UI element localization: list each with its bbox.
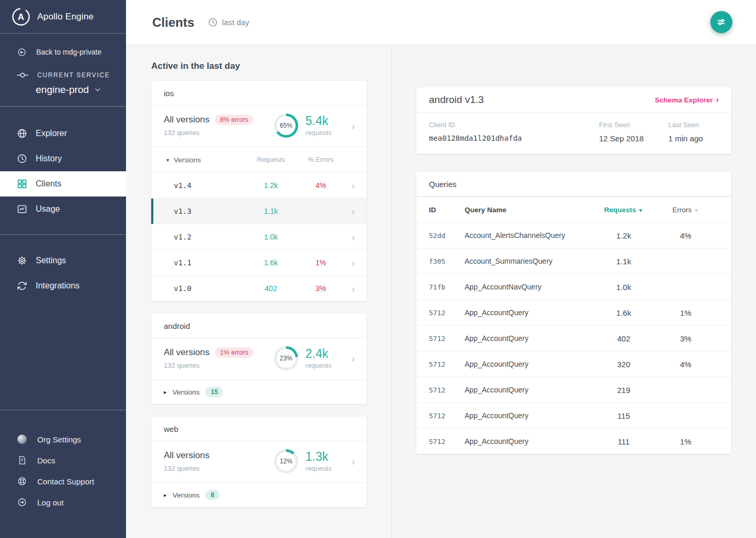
sidebar-item-label: Docs — [37, 456, 55, 465]
chevron-right-icon: › — [352, 232, 366, 242]
queries-card: Queries ID Query Name Requests ▼ Errors … — [416, 172, 731, 454]
query-row[interactable]: 71fb App_AccountNavQuery 1.0k — [416, 274, 731, 299]
query-row[interactable]: 5712 App_AccountQuery 402 3% — [416, 325, 731, 351]
versions-toggle[interactable]: ▸ Versions 15 — [151, 379, 366, 404]
sidebar-footer: Org Settings Docs Contact Support — [0, 410, 126, 538]
sidebar-item-logout[interactable]: Log out — [0, 492, 126, 513]
all-versions-label: All versions — [164, 450, 209, 461]
query-row[interactable]: 5712 App_AccountQuery 219 — [416, 377, 731, 402]
requests-value: 2.4k — [306, 347, 332, 360]
requests-label: requests — [306, 129, 332, 137]
queries-title: Queries — [416, 172, 731, 196]
sidebar-item-contact-support[interactable]: Contact Support — [0, 471, 126, 492]
queries-count: 132 queries — [164, 361, 254, 369]
main-area: Clients last day Active in the last day … — [126, 0, 756, 538]
sidebar-item-usage[interactable]: Usage — [0, 196, 126, 222]
sidebar-item-label: Org Settings — [37, 435, 81, 444]
sidebar-item-label: Integrations — [36, 281, 80, 291]
sidebar-item-label: Clients — [36, 179, 61, 189]
secondary-nav: Settings Integrations — [0, 248, 126, 298]
all-versions-row[interactable]: All versions 1% errors 132 queries 23% 2… — [151, 338, 366, 379]
query-row[interactable]: 5712 App_AccountQuery 1.6k 1% — [416, 299, 731, 325]
chevron-right-icon: › — [716, 96, 719, 104]
requests-ring: 23% — [274, 346, 298, 370]
page-title: Clients — [152, 15, 194, 30]
requests-label: requests — [306, 464, 332, 472]
client-card-ios: ios All versions 8% errors 132 queries 6… — [151, 81, 366, 301]
versions-header: ▾ Versions Requests % Errors — [151, 147, 366, 172]
version-row-v1-1[interactable]: v1.1 1.6k 1% › — [151, 250, 366, 275]
sidebar-item-org-settings[interactable]: Org Settings — [0, 429, 126, 450]
versions-toggle[interactable]: ▸ Versions 8 — [151, 482, 366, 507]
query-row[interactable]: 5712 App_AccountQuery 320 4% — [416, 351, 731, 377]
queries-count: 132 queries — [164, 464, 209, 472]
detail-title: android v1.3 — [429, 94, 484, 106]
back-link-label: Back to mdg-private — [36, 48, 102, 56]
versions-label: Versions — [173, 388, 200, 396]
sidebar-item-label: Settings — [36, 256, 66, 265]
grid-icon — [17, 179, 27, 189]
commit-icon — [17, 71, 28, 79]
requests-column-header: Requests — [237, 156, 305, 163]
sidebar-item-clients[interactable]: Clients — [0, 171, 126, 196]
sort-idle-icon: ▼ — [694, 208, 699, 213]
errors-sort-header[interactable]: Errors ▼ — [653, 206, 719, 214]
requests-sort-header[interactable]: Requests ▼ — [595, 206, 653, 214]
schema-explorer-link[interactable]: Schema Explorer › — [655, 96, 719, 104]
versions-count-badge: 15 — [205, 387, 223, 397]
clients-column: Active in the last day ios All versions … — [126, 45, 392, 538]
all-versions-row[interactable]: All versions 132 queries 12% 1.3k reques… — [151, 441, 366, 482]
collapse-triangle-icon[interactable]: ▾ — [166, 157, 174, 163]
queries-table-header: ID Query Name Requests ▼ Errors ▼ — [416, 196, 731, 222]
app-logo-row: A Apollo Engine — [0, 0, 126, 34]
detail-column: android v1.3 Schema Explorer › Client ID… — [392, 45, 756, 538]
client-detail-card: android v1.3 Schema Explorer › Client ID… — [416, 87, 731, 154]
version-row-v1-2[interactable]: v1.2 1.0k › — [151, 224, 366, 250]
version-row-v1-0[interactable]: v1.0 402 3% › — [151, 275, 366, 301]
client-card-title: android — [151, 314, 366, 338]
id-column-header: ID — [429, 206, 465, 214]
arrow-left-circle-icon — [17, 48, 26, 57]
query-row[interactable]: 5712 App_AccountQuery 115 — [416, 402, 731, 428]
last-seen-label: Last Seen — [668, 121, 719, 129]
query-row[interactable]: 5712 App_AccountQuery 111 1% — [416, 428, 731, 454]
queries-count: 132 queries — [164, 129, 254, 137]
version-row-v1-3-selected[interactable]: v1.3 1.1k › — [151, 198, 366, 224]
requests-label: requests — [306, 361, 332, 369]
client-id-label: Client ID — [429, 121, 599, 129]
service-name: engine-prod — [36, 84, 89, 96]
version-row-v1-4[interactable]: v1.4 1.2k 4% › — [151, 172, 366, 198]
sidebar-item-history[interactable]: History — [0, 146, 126, 171]
query-name-column-header: Query Name — [465, 206, 595, 214]
current-service-label: CURRENT SERVICE — [37, 71, 110, 79]
chevron-right-icon: › — [352, 181, 366, 191]
requests-ring: 12% — [274, 449, 298, 473]
service-selector[interactable]: engine-prod — [0, 82, 126, 98]
query-row[interactable]: f305 Account_SummariesQuery 1.1k — [416, 248, 731, 274]
chevron-down-icon — [93, 86, 102, 94]
sidebar-item-label: History — [36, 154, 62, 163]
ring-percent-label: 12% — [280, 458, 292, 465]
sidebar-item-settings[interactable]: Settings — [0, 248, 126, 273]
time-range: last day — [222, 18, 249, 27]
apollo-logo-icon: A — [12, 7, 30, 26]
gear-icon — [17, 255, 27, 266]
all-versions-label: All versions — [164, 347, 209, 358]
sidebar-item-integrations[interactable]: Integrations — [0, 273, 126, 298]
query-row[interactable]: 52dd Account_AlertsChannelsQuery 1.2k 4% — [416, 222, 731, 248]
clock-icon — [208, 17, 218, 27]
sidebar-item-label: Contact Support — [37, 477, 94, 486]
sidebar-item-explorer[interactable]: Explorer — [0, 121, 126, 146]
sync-icon — [17, 281, 27, 291]
client-id-value: mea0128mda1l201dhafda — [429, 134, 599, 142]
sidebar-item-docs[interactable]: Docs — [0, 450, 126, 471]
all-versions-row[interactable]: All versions 8% errors 132 queries 65% 5… — [151, 106, 366, 147]
requests-ring: 65% — [274, 113, 298, 138]
section-title: Active in the last day — [151, 61, 366, 71]
svg-text:A: A — [18, 12, 24, 22]
filter-settings-button[interactable] — [710, 11, 732, 33]
chevron-right-icon: › — [352, 258, 366, 268]
back-link[interactable]: Back to mdg-private — [0, 43, 126, 61]
error-badge: 8% errors — [215, 115, 254, 125]
chevron-right-icon: › — [352, 284, 366, 294]
